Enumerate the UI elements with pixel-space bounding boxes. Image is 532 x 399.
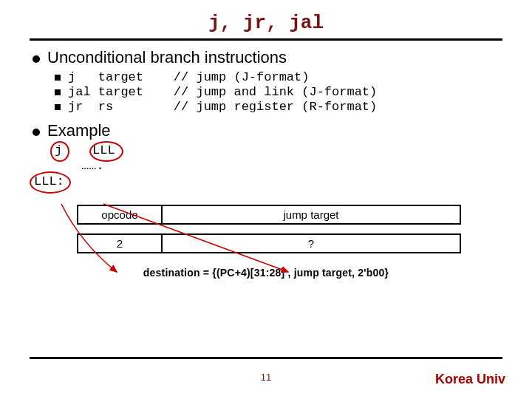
th-jump-target: jump target: [162, 205, 460, 224]
td-jump-target-val: ?: [162, 234, 460, 253]
code-line: j target // jump (J-format): [68, 70, 309, 84]
td-opcode-val: 2: [78, 234, 162, 253]
table-gap: [77, 225, 461, 233]
format-tables: opcode jump target 2 ?: [77, 205, 461, 253]
ex-lll: LLL: [92, 143, 115, 157]
bullet-dot-icon: [33, 129, 40, 136]
ex-j: j: [55, 143, 62, 157]
slide: j, jr, jal Unconditional branch instruct…: [0, 0, 532, 399]
example-block: j LLL ……. LLL:: [55, 143, 499, 188]
sub-item: jr rs // jump register (R-format): [55, 100, 499, 114]
footer-univ: Korea Univ: [435, 372, 505, 387]
slide-title: j, jr, jal: [30, 12, 502, 34]
square-bullet-icon: [55, 104, 61, 110]
bottom-rule: [30, 357, 502, 359]
square-bullet-icon: [55, 75, 61, 81]
destination-formula: destination = {(PC+4)[31:28] , jump targ…: [33, 267, 499, 279]
bullet-text: Unconditional branch instructions: [47, 48, 287, 67]
bullet-example: Example: [33, 121, 499, 140]
ex-label: LLL:: [34, 174, 64, 188]
circled-j: j: [55, 143, 62, 157]
instruction-list: j target // jump (J-format) jal target /…: [55, 70, 499, 114]
circled-label: LLL:: [34, 174, 64, 188]
sub-item: j target // jump (J-format): [55, 70, 499, 84]
code-line: jr rs // jump register (R-format): [68, 100, 377, 114]
ex-dots: …….: [81, 159, 499, 173]
example-line-1: j LLL: [55, 143, 499, 157]
code-line: jal target // jump and link (J-format): [68, 85, 377, 99]
content-area: Unconditional branch instructions j targ…: [30, 48, 502, 279]
circled-lll: LLL: [92, 143, 115, 157]
th-opcode: opcode: [78, 205, 162, 224]
value-table: 2 ?: [77, 233, 461, 253]
bullet-dot-icon: [33, 55, 40, 63]
bullet-unconditional: Unconditional branch instructions: [33, 48, 499, 67]
top-rule: [30, 38, 502, 41]
header-table: opcode jump target: [77, 205, 461, 225]
square-bullet-icon: [55, 89, 61, 95]
ex-label-row: LLL:: [34, 174, 499, 188]
sub-item: jal target // jump and link (J-format): [55, 85, 499, 99]
bullet-text: Example: [47, 121, 111, 140]
